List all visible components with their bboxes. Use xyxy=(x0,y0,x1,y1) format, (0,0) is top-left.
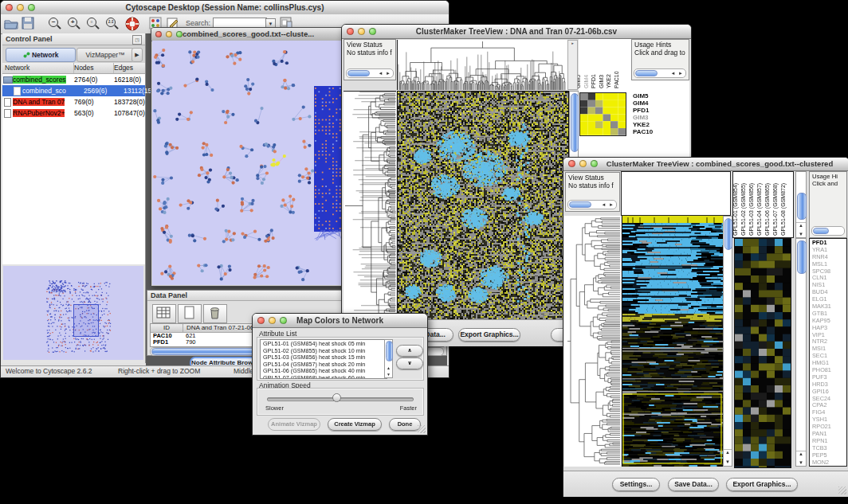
trash-icon[interactable] xyxy=(203,304,227,323)
tab-overflow-icon[interactable]: ▶ xyxy=(132,48,143,62)
gene-label[interactable]: HRD3 xyxy=(812,381,846,389)
float-panel-icon[interactable]: ◳ xyxy=(132,35,142,45)
zoom-heatmap[interactable] xyxy=(734,238,791,468)
tab-network[interactable]: Network xyxy=(6,48,76,62)
attribute-list[interactable]: GPL51-01 (GSM854) heat shock 05 minGPL51… xyxy=(260,339,387,379)
gene-label[interactable]: MSL1 xyxy=(812,261,846,268)
gene-label[interactable]: NTR2 xyxy=(812,338,846,346)
scroll-up-icon[interactable]: ▲ xyxy=(796,451,806,456)
gene-label[interactable]: SPC98 xyxy=(812,268,846,275)
dialog-titlebar[interactable]: Map Colors to Network xyxy=(253,314,427,328)
open-folder-icon[interactable] xyxy=(4,17,19,31)
column-dendrogram[interactable] xyxy=(397,40,568,90)
gene-label[interactable]: RPO21 xyxy=(812,424,846,431)
gene-label[interactable]: YRA1 xyxy=(812,247,846,254)
gene-label[interactable]: SEC24 xyxy=(812,396,846,403)
birdseye-overview[interactable] xyxy=(3,266,143,360)
gene-label[interactable]: FIG4 xyxy=(812,409,846,416)
row-dendrogram[interactable] xyxy=(564,216,621,467)
gene-label[interactable]: VIP1 xyxy=(812,332,846,339)
gene-label[interactable]: GTB1 xyxy=(812,311,846,318)
zoom-window-icon[interactable] xyxy=(28,4,35,11)
network-tree-row[interactable]: combined_scores 2764(0) 16218(0) xyxy=(2,74,145,85)
scroll-down-icon[interactable]: ▼ xyxy=(796,460,806,465)
zoom-vscrollbar[interactable]: ▲ ▼ xyxy=(795,238,807,467)
vscroll-thumb[interactable] xyxy=(386,341,393,361)
gene-label[interactable]: ELG1 xyxy=(812,296,846,303)
minimize-icon[interactable] xyxy=(269,317,276,324)
gene-label[interactable]: MSI1 xyxy=(812,346,846,353)
new-document-icon[interactable] xyxy=(178,304,202,323)
scroll-down-icon[interactable]: ▼ xyxy=(385,372,392,377)
done-button[interactable]: Done xyxy=(389,418,421,431)
scroll-up-icon[interactable]: ▲ xyxy=(724,449,732,455)
label-vscrollbar[interactable]: ▲ ▼ xyxy=(795,171,807,238)
gene-label[interactable]: HMG1 xyxy=(812,360,846,367)
minimize-icon[interactable] xyxy=(17,4,24,11)
usage-hints-scrollbar[interactable] xyxy=(811,226,845,236)
usage-hints-scrollbar[interactable]: ◄ ► xyxy=(634,68,686,78)
zoom-out-icon[interactable]: − xyxy=(47,17,62,31)
save-data-button[interactable]: Save Data... xyxy=(668,478,719,491)
network-canvas[interactable] xyxy=(152,41,345,285)
zoom-window-icon[interactable] xyxy=(591,160,598,167)
scroll-up-icon[interactable]: ▲ xyxy=(385,365,392,370)
gene-label-list[interactable]: PFD1YRA1RNR4MSL1SPC98CLN1NIS1BUD4ELG1MAK… xyxy=(809,238,847,467)
attribute-list-item[interactable]: GPL51-07 (GSM868) heat shock 60 min xyxy=(263,375,387,379)
gene-label[interactable]: MON2 xyxy=(812,459,846,467)
gene-label[interactable]: PAN1 xyxy=(812,431,846,438)
vscroll-thumb[interactable] xyxy=(724,218,732,250)
global-heatmap[interactable] xyxy=(622,216,723,467)
gene-label[interactable]: NIS1 xyxy=(812,282,846,289)
scroll-up-icon[interactable]: ▲ xyxy=(796,222,806,228)
gene-label[interactable]: KAP95 xyxy=(812,318,846,325)
gene-label[interactable]: YSH1 xyxy=(812,416,846,424)
window-controls[interactable] xyxy=(6,4,35,11)
close-icon[interactable] xyxy=(257,317,265,324)
close-icon[interactable] xyxy=(347,28,354,35)
export-graphics-button[interactable]: Export Graphics... xyxy=(458,328,520,342)
create-vizmap-button[interactable]: Create Vizmap xyxy=(328,418,382,431)
minimize-icon[interactable] xyxy=(166,31,172,37)
treeview1-titlebar[interactable]: ClusterMaker TreeView : DNA and Tran 07-… xyxy=(342,25,691,39)
speed-slider-thumb[interactable] xyxy=(332,393,341,402)
treeview2-titlebar[interactable]: ClusterMaker TreeView : combined_scores_… xyxy=(563,158,848,171)
zoom-window-icon[interactable] xyxy=(176,31,183,37)
scroll-down-icon[interactable]: ▼ xyxy=(724,459,732,464)
view-status-scrollbar[interactable]: ◄ ► xyxy=(346,68,394,78)
zoom-in-icon[interactable]: + xyxy=(66,17,81,31)
move-down-button[interactable]: ∨ xyxy=(396,357,423,369)
close-icon[interactable] xyxy=(568,160,575,167)
zoom-window-icon[interactable] xyxy=(280,317,287,324)
close-icon[interactable] xyxy=(6,4,13,11)
minimize-icon[interactable] xyxy=(358,28,365,35)
gene-label[interactable]: CLN1 xyxy=(812,275,846,282)
view-status-scrollbar[interactable]: ◄ ► xyxy=(567,200,617,209)
network-view-titlebar[interactable]: combined_scores_good.txt--cluste... xyxy=(151,28,345,41)
gene-label[interactable]: PUF3 xyxy=(812,374,846,381)
gene-label[interactable]: GPI16 xyxy=(812,389,846,396)
gene-label[interactable]: TCB3 xyxy=(812,445,846,452)
col-id[interactable]: ID xyxy=(151,324,183,332)
animate-vizmap-button[interactable]: Animate Vizmap xyxy=(268,418,320,431)
minimize-icon[interactable] xyxy=(579,160,587,167)
gene-label[interactable]: SEC1 xyxy=(812,353,846,360)
settings-button[interactable]: Settings... xyxy=(612,478,660,491)
help-lifebuoy-icon[interactable] xyxy=(125,17,140,31)
resize-grip[interactable] xyxy=(418,425,426,433)
save-icon[interactable] xyxy=(22,17,37,31)
gene-label[interactable]: PEP5 xyxy=(812,452,846,459)
gene-label[interactable]: PHO81 xyxy=(812,367,846,374)
vscroll-thumb[interactable] xyxy=(797,193,807,220)
zoom-fit-icon[interactable]: 1:1 xyxy=(104,17,120,31)
gene-label[interactable]: PFD1 xyxy=(812,240,846,247)
zoom-heatmap[interactable] xyxy=(579,92,626,136)
main-titlebar[interactable]: Cytoscape Desktop (Session Name: collins… xyxy=(1,1,449,15)
tab-vizmapper[interactable]: VizMapper™ xyxy=(77,48,134,62)
main-heatmap[interactable] xyxy=(397,91,569,321)
export-graphics-button[interactable]: Export Graphics... xyxy=(726,478,798,491)
network-tree-row[interactable]: combined_sco 2569(6) 13112(15) xyxy=(2,85,145,96)
move-up-button[interactable]: ∧ xyxy=(396,345,423,357)
global-vscrollbar[interactable]: ▲ ▼ xyxy=(723,216,732,467)
gene-label[interactable]: MAK31 xyxy=(812,303,846,311)
